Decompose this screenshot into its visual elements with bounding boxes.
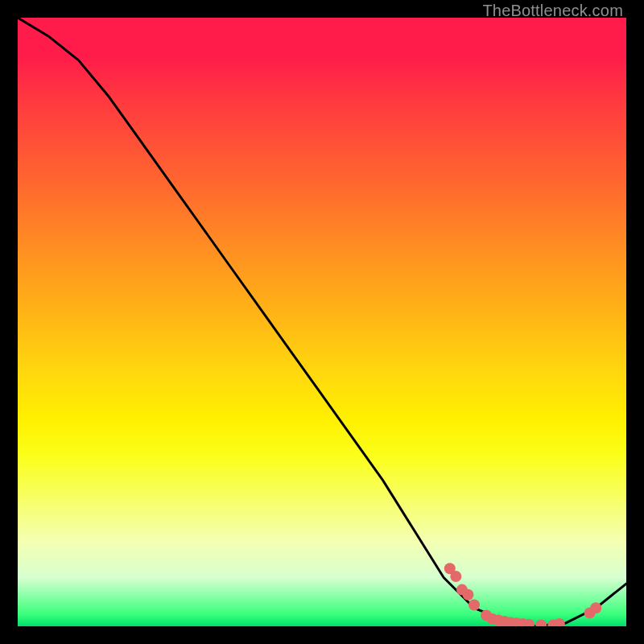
data-marker [535, 620, 547, 627]
data-marker [554, 618, 565, 626]
data-marker [590, 602, 601, 613]
watermark-text: TheBottleneck.com [482, 2, 623, 20]
plot-area [18, 18, 626, 626]
data-marker [469, 600, 480, 611]
bottleneck-curve [18, 18, 626, 626]
chart-frame: TheBottleneck.com [0, 0, 644, 644]
data-marker [450, 571, 461, 582]
line-plot-svg [18, 18, 626, 626]
data-marker [462, 589, 473, 601]
